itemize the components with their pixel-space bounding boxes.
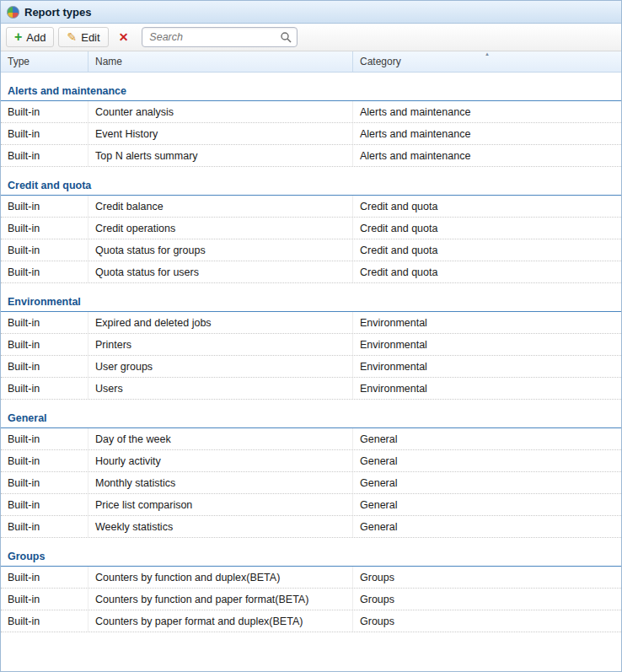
- cell-type: Built-in: [1, 356, 88, 377]
- cell-type: Built-in: [1, 239, 88, 261]
- group-section: GeneralBuilt-inDay of the weekGeneralBui…: [1, 400, 621, 538]
- cell-name: Credit operations: [88, 218, 353, 239]
- table-row[interactable]: Built-inQuota status for groupsCredit an…: [1, 239, 621, 261]
- table-row[interactable]: Built-inUser groupsEnvironmental: [1, 356, 621, 378]
- table-row[interactable]: Built-inTop N alerts summaryAlerts and m…: [1, 145, 621, 167]
- cell-category: Credit and quota: [353, 261, 621, 282]
- cell-type: Built-in: [1, 312, 88, 333]
- group-section: EnvironmentalBuilt-inExpired and deleted…: [1, 283, 621, 400]
- delete-x-icon: ✕: [119, 31, 129, 43]
- cell-type: Built-in: [1, 494, 88, 515]
- cell-category: Groups: [353, 610, 621, 632]
- table-row[interactable]: Built-inCounters by function and paper f…: [1, 589, 621, 610]
- plus-icon: +: [14, 30, 22, 44]
- cell-category: Credit and quota: [353, 196, 621, 217]
- cell-type: Built-in: [1, 218, 88, 239]
- cell-name: Counter analysis: [88, 101, 353, 122]
- cell-type: Built-in: [1, 196, 88, 217]
- group-header[interactable]: General: [1, 400, 621, 428]
- cell-name: Printers: [88, 334, 353, 355]
- cell-category: Alerts and maintenance: [353, 145, 621, 166]
- cell-type: Built-in: [1, 567, 88, 588]
- search-box[interactable]: [142, 27, 298, 47]
- cell-category: General: [353, 472, 621, 493]
- table-header: Type Name ▲ Category: [1, 51, 621, 73]
- cell-type: Built-in: [1, 101, 88, 122]
- table-row[interactable]: Built-inCounters by function and duplex(…: [1, 567, 621, 589]
- group-header[interactable]: Credit and quota: [1, 167, 621, 196]
- cell-type: Built-in: [1, 123, 88, 144]
- group-header[interactable]: Environmental: [1, 283, 621, 312]
- search-icon[interactable]: [280, 31, 292, 43]
- table-row[interactable]: Built-inPrintersEnvironmental: [1, 334, 621, 356]
- group-section: Alerts and maintenanceBuilt-inCounter an…: [1, 73, 621, 167]
- table-row[interactable]: Built-inWeekly statisticsGeneral: [1, 516, 621, 538]
- group-header[interactable]: Groups: [1, 538, 621, 567]
- column-header-name-label: Name: [95, 56, 122, 67]
- cell-name: Counters by function and paper format(BE…: [88, 589, 353, 610]
- table-row[interactable]: Built-inCounter analysisAlerts and maint…: [1, 101, 621, 123]
- table-row[interactable]: Built-inCredit balanceCredit and quota: [1, 196, 621, 218]
- group-header[interactable]: Alerts and maintenance: [1, 73, 621, 101]
- cell-name: Counters by function and duplex(BETA): [88, 567, 353, 588]
- report-types-window: Report types + Add ✎ Edit ✕ Type: [0, 0, 622, 672]
- group-section: Credit and quotaBuilt-inCredit balanceCr…: [1, 167, 621, 283]
- cell-name: Monthly statistics: [88, 472, 353, 493]
- cell-category: Environmental: [353, 356, 621, 377]
- column-header-type[interactable]: Type: [1, 51, 88, 72]
- table-row[interactable]: Built-inHourly activityGeneral: [1, 450, 621, 472]
- cell-type: Built-in: [1, 334, 88, 355]
- sort-asc-icon: ▲: [485, 51, 490, 56]
- table-row[interactable]: Built-inDay of the weekGeneral: [1, 428, 621, 450]
- cell-category: General: [353, 494, 621, 515]
- cell-category: Credit and quota: [353, 218, 621, 239]
- cell-type: Built-in: [1, 589, 88, 610]
- cell-name: Weekly statistics: [88, 516, 353, 537]
- window-title: Report types: [24, 6, 91, 19]
- cell-name: Users: [88, 378, 353, 399]
- table-row[interactable]: Built-inCounters by paper format and dup…: [1, 610, 621, 632]
- table-row[interactable]: Built-inEvent HistoryAlerts and maintena…: [1, 123, 621, 145]
- cell-category: General: [353, 428, 621, 449]
- cell-category: Environmental: [353, 378, 621, 399]
- edit-button[interactable]: ✎ Edit: [58, 27, 108, 47]
- table-row[interactable]: Built-inPrice list comparisonGeneral: [1, 494, 621, 516]
- add-button[interactable]: + Add: [6, 27, 54, 47]
- toolbar: + Add ✎ Edit ✕: [1, 24, 621, 51]
- pencil-icon: ✎: [67, 31, 77, 43]
- column-header-type-label: Type: [8, 56, 29, 67]
- cell-category: Alerts and maintenance: [353, 101, 621, 122]
- cell-category: Environmental: [353, 334, 621, 355]
- column-header-category-label: Category: [360, 56, 401, 67]
- cell-type: Built-in: [1, 378, 88, 399]
- table-row[interactable]: Built-inUsersEnvironmental: [1, 378, 621, 400]
- window-titlebar: Report types: [1, 1, 621, 24]
- table-row[interactable]: Built-inQuota status for usersCredit and…: [1, 261, 621, 283]
- cell-name: Counters by paper format and duplex(BETA…: [88, 610, 353, 632]
- cell-category: General: [353, 450, 621, 471]
- cell-category: Groups: [353, 567, 621, 588]
- table-row[interactable]: Built-inExpired and deleted jobsEnvironm…: [1, 312, 621, 334]
- delete-button[interactable]: ✕: [113, 27, 135, 47]
- add-button-label: Add: [26, 31, 46, 44]
- cell-type: Built-in: [1, 145, 88, 166]
- column-header-name[interactable]: Name: [88, 51, 353, 72]
- search-input[interactable]: [142, 29, 276, 46]
- cell-type: Built-in: [1, 516, 88, 537]
- cell-type: Built-in: [1, 610, 88, 632]
- cell-name: Quota status for groups: [88, 239, 353, 261]
- column-header-category[interactable]: ▲ Category: [353, 51, 621, 72]
- cell-category: Alerts and maintenance: [353, 123, 621, 144]
- table-body: Alerts and maintenanceBuilt-inCounter an…: [1, 73, 621, 671]
- cell-name: Price list comparison: [88, 494, 353, 515]
- table-row[interactable]: Built-inMonthly statisticsGeneral: [1, 472, 621, 494]
- group-section: GroupsBuilt-inCounters by function and d…: [1, 538, 621, 632]
- table-row[interactable]: Built-inCredit operationsCredit and quot…: [1, 218, 621, 239]
- cell-type: Built-in: [1, 428, 88, 449]
- cell-category: General: [353, 516, 621, 537]
- cell-name: Expired and deleted jobs: [88, 312, 353, 333]
- cell-category: Environmental: [353, 312, 621, 333]
- cell-name: User groups: [88, 356, 353, 377]
- cell-category: Groups: [353, 589, 621, 610]
- cell-type: Built-in: [1, 472, 88, 493]
